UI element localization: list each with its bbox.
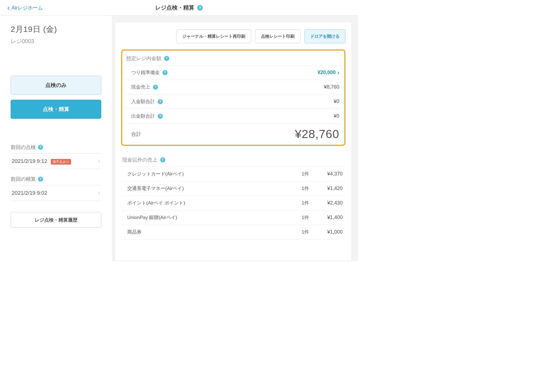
cash-sales-label: 現金売上 ? <box>131 84 158 90</box>
change-fund-value-link[interactable]: ¥20,000 › <box>317 69 339 76</box>
last-settle-heading-text: 前回の精算 <box>11 176 36 182</box>
noncash-row-count: 1件 <box>287 214 309 221</box>
check-only-button[interactable]: 点検のみ <box>11 76 101 95</box>
noncash-row-count: 1件 <box>287 229 309 235</box>
register-label: レジ0003 <box>11 37 101 45</box>
noncash-row-label: 商品券 <box>127 229 287 235</box>
open-drawer-label: ドロアを開ける <box>310 34 340 39</box>
date-label: 2月19日 (金) <box>11 24 101 35</box>
expected-total-value: ¥28,760 <box>295 127 339 141</box>
help-icon[interactable]: ? <box>38 145 43 150</box>
back-link-label: Airレジホーム <box>11 4 43 11</box>
chevron-right-icon: › <box>98 158 100 165</box>
last-check-time-text: 2021/2/19 9:12 <box>12 158 47 164</box>
last-check-row[interactable]: 2021/2/19 9:12 過不足あり › <box>11 153 101 169</box>
app-header: ‹ Airレジホーム レジ点検・精算 ? <box>0 0 358 16</box>
discrepancy-badge: 過不足あり <box>51 159 71 165</box>
check-settle-button[interactable]: 点検・精算 <box>11 100 101 119</box>
noncash-row-label: 交通系電子マネー(Airペイ) <box>127 185 287 192</box>
noncash-row-label: クレジットカード(Airペイ) <box>127 171 287 177</box>
deposit-row: 入金額合計 ? ¥0 <box>125 94 341 109</box>
noncash-row-count: 1件 <box>287 185 309 192</box>
deposit-label: 入金額合計 ? <box>131 98 163 105</box>
withdraw-row: 出金額合計 ? ¥0 <box>125 109 341 123</box>
help-icon[interactable]: ? <box>38 177 43 182</box>
expected-cash-title-text: 想定レジ内金額 <box>126 55 161 62</box>
mode-buttons: 点検のみ 点検・精算 <box>11 76 101 119</box>
withdraw-value: ¥0 <box>334 113 339 119</box>
expected-total-row: 合計 ¥28,760 <box>125 123 341 142</box>
chevron-right-icon: › <box>337 69 339 76</box>
deposit-label-text: 入金額合計 <box>131 98 155 105</box>
change-fund-value: ¥20,000 <box>317 70 336 75</box>
noncash-row: クレジットカード(Airペイ) 1件 ¥4,370 <box>121 167 345 181</box>
noncash-row: 商品券 1件 ¥1,000 <box>121 225 345 239</box>
help-icon[interactable]: ? <box>162 70 168 75</box>
noncash-row-value: ¥1,400 <box>309 215 343 220</box>
help-icon[interactable]: ? <box>158 114 163 119</box>
change-fund-label-text: つり銭準備金 <box>131 69 160 76</box>
panel: ジャーナル・精算レシート再印刷 点検レシート印刷 ドロアを開ける 想定レジ内金額… <box>115 22 352 261</box>
sidebar: 2月19日 (金) レジ0003 点検のみ 点検・精算 前回の点検 ? 2021… <box>0 16 112 261</box>
noncash-row-value: ¥1,420 <box>309 186 343 191</box>
deposit-value: ¥0 <box>334 99 339 104</box>
noncash-row-value: ¥2,430 <box>309 200 343 206</box>
last-settle-row[interactable]: 2021/2/19 9:02 › <box>11 185 101 201</box>
noncash-row-count: 1件 <box>287 200 309 206</box>
help-icon[interactable]: ? <box>160 157 165 162</box>
noncash-row: 交通系電子マネー(Airペイ) 1件 ¥1,420 <box>121 181 345 196</box>
noncash-row: ポイント(Airペイ ポイント) 1件 ¥2,430 <box>121 196 345 210</box>
expected-total-label: 合計 <box>131 131 141 137</box>
noncash-row-label: ポイント(Airペイ ポイント) <box>127 200 287 206</box>
page-title: レジ点検・精算 ? <box>155 4 203 11</box>
main-area: ジャーナル・精算レシート再印刷 点検レシート印刷 ドロアを開ける 想定レジ内金額… <box>112 16 358 261</box>
layout: 2月19日 (金) レジ0003 点検のみ 点検・精算 前回の点検 ? 2021… <box>0 16 358 261</box>
open-drawer-button[interactable]: ドロアを開ける <box>304 29 345 43</box>
cash-sales-value: ¥8,760 <box>324 84 339 90</box>
noncash-row-count: 1件 <box>287 171 309 177</box>
expected-cash-title: 想定レジ内金額 ? <box>125 52 341 65</box>
expected-cash-box: 想定レジ内金額 ? つり銭準備金 ? ¥20,000 › 現金売上 <box>121 49 345 146</box>
help-icon[interactable]: ? <box>158 99 163 104</box>
chevron-right-icon: › <box>98 189 100 197</box>
print-check-button[interactable]: 点検レシート印刷 <box>255 29 300 43</box>
last-settle-heading: 前回の精算 ? <box>11 176 101 185</box>
cash-sales-row: 現金売上 ? ¥8,760 <box>125 80 341 94</box>
chevron-left-icon: ‹ <box>7 4 10 12</box>
cash-sales-label-text: 現金売上 <box>131 84 150 90</box>
change-fund-label: つり銭準備金 ? <box>131 69 168 76</box>
change-fund-row: つり銭準備金 ? ¥20,000 › <box>125 65 341 80</box>
journal-reprint-label: ジャーナル・精算レシート再印刷 <box>182 34 245 39</box>
noncash-row-value: ¥1,000 <box>309 229 343 235</box>
help-icon[interactable]: ? <box>153 85 158 90</box>
print-check-label: 点検レシート印刷 <box>261 34 295 39</box>
toolbar: ジャーナル・精算レシート再印刷 点検レシート印刷 ドロアを開ける <box>121 29 345 43</box>
noncash-row: UnionPay 銀聯(Airペイ) 1件 ¥1,400 <box>121 210 345 225</box>
last-check-time: 2021/2/19 9:12 過不足あり <box>12 158 71 164</box>
last-settle-time: 2021/2/19 9:02 <box>12 190 47 196</box>
last-check-section: 前回の点検 ? 2021/2/19 9:12 過不足あり › <box>11 144 101 169</box>
noncash-title: 現金以外の売上 ? <box>121 154 345 167</box>
help-icon[interactable]: ? <box>164 56 169 61</box>
withdraw-label: 出金額合計 ? <box>131 113 163 119</box>
check-only-label: 点検のみ <box>45 82 67 89</box>
withdraw-label-text: 出金額合計 <box>131 113 155 119</box>
history-button[interactable]: レジ点検・精算履歴 <box>11 212 101 228</box>
last-check-heading-text: 前回の点検 <box>11 144 36 151</box>
noncash-row-value: ¥4,370 <box>309 171 343 177</box>
help-icon[interactable]: ? <box>197 5 203 11</box>
journal-reprint-button[interactable]: ジャーナル・精算レシート再印刷 <box>176 29 251 43</box>
last-settle-section: 前回の精算 ? 2021/2/19 9:02 › <box>11 176 101 201</box>
noncash-section: 現金以外の売上 ? クレジットカード(Airペイ) 1件 ¥4,370 交通系電… <box>121 154 345 239</box>
noncash-row-label: UnionPay 銀聯(Airペイ) <box>127 214 287 221</box>
check-settle-label: 点検・精算 <box>43 106 69 113</box>
page-title-text: レジ点検・精算 <box>155 4 194 11</box>
last-check-heading: 前回の点検 ? <box>11 144 101 153</box>
noncash-title-text: 現金以外の売上 <box>122 156 157 163</box>
history-button-label: レジ点検・精算履歴 <box>35 217 77 223</box>
back-link[interactable]: ‹ Airレジホーム <box>0 4 43 12</box>
